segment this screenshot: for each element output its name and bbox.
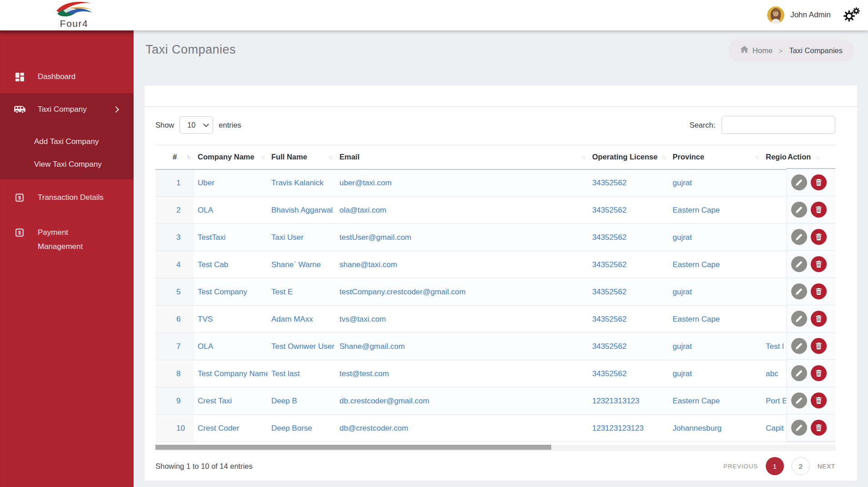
cell-company: Crest Coder (194, 415, 268, 442)
cell-email: testCompany.crestcoder@gmail.com (336, 278, 589, 306)
edit-button[interactable] (791, 174, 807, 190)
breadcrumb: Home > Taxi Companies (728, 39, 854, 62)
cell-license: 123123123123 (589, 415, 669, 442)
column-header-company-name[interactable]: Company Name↑↓ (194, 145, 268, 169)
table-row: 8Test Company NameTest lasttest@test.com… (155, 360, 835, 388)
sidebar-item-dashboard[interactable]: Dashboard (0, 65, 134, 89)
sort-arrows-icon: ↑↓ (755, 154, 758, 160)
previous-page-button[interactable]: PREVIOUS (723, 463, 758, 470)
cell-province: gujrat (669, 169, 762, 197)
edit-button[interactable] (791, 365, 807, 381)
sort-arrows-icon: ↑↓ (662, 154, 665, 160)
cell-num: 9 (155, 388, 194, 415)
cell-license: 12321313123 (589, 388, 669, 415)
delete-button[interactable] (811, 202, 827, 218)
app-logo[interactable]: Four4 (45, 0, 104, 28)
page-length-select[interactable]: 10 (180, 116, 213, 134)
column-header-province[interactable]: Province↑↓ (669, 145, 762, 169)
cell-license: 34352562 (589, 224, 669, 251)
cell-province: gujrat (669, 278, 762, 306)
search-input[interactable] (722, 116, 835, 134)
table-row: 4Test CabShane` Warneshane@taxi.com34352… (155, 251, 835, 278)
chevron-right-icon (113, 106, 119, 113)
column-header--[interactable]: #↑↓ (155, 145, 194, 169)
delete-button[interactable] (811, 311, 827, 327)
delete-button[interactable] (811, 365, 827, 381)
column-header-full-name[interactable]: Full Name↑↓ (268, 145, 336, 169)
settings-gears-icon[interactable] (843, 7, 860, 23)
cell-email: shane@taxi.com (336, 251, 589, 278)
table-row: 7OLATest Ownwer UserShane@gmail.com34352… (155, 333, 835, 360)
edit-button[interactable] (791, 420, 807, 436)
edit-button[interactable] (791, 202, 807, 218)
cell-num: 3 (155, 224, 194, 251)
delete-button[interactable] (811, 256, 827, 272)
cell-email: tvs@taxi.com (336, 306, 589, 333)
user-menu[interactable]: John Admin (767, 6, 831, 24)
cell-company: Test Company Name (194, 360, 268, 388)
top-bar: Four4 John Admin (0, 0, 868, 30)
delete-button[interactable] (811, 338, 827, 354)
main-content: Taxi Companies Home > Taxi Companies Sho… (134, 30, 868, 487)
cell-num: 6 (155, 306, 194, 333)
sidebar-item-add-taxi-company[interactable]: Add Taxi Company (0, 130, 134, 153)
table-row: 3TestTaxiTaxi UsertestUser@gmail.com3435… (155, 224, 835, 251)
svg-text:$: $ (18, 195, 21, 200)
page-button-1[interactable]: 1 (766, 457, 784, 475)
cell-license: 34352562 (589, 360, 669, 388)
sort-arrows-icon: ↑↓ (329, 154, 332, 160)
next-page-button[interactable]: NEXT (818, 463, 835, 470)
cell-email: db@crestcoder.com (336, 415, 589, 442)
sort-arrows-icon: ↑↓ (815, 154, 819, 161)
table-row: 9Crest TaxiDeep Bdb.crestcoder@gmail.com… (155, 388, 835, 415)
cell-email: Shane@gmail.com (336, 333, 589, 360)
page-button-2[interactable]: 2 (792, 457, 810, 475)
edit-button[interactable] (791, 229, 807, 245)
sidebar-item-label: Payment Management (38, 225, 106, 253)
taxi-companies-table: #↑↓Company Name↑↓Full Name↑↓Email↑↓Opera… (155, 145, 835, 442)
cell-license: 34352562 (589, 306, 669, 333)
pagination: PREVIOUS 1 2 NEXT (723, 457, 835, 475)
card-header (145, 85, 857, 107)
scrollbar-thumb[interactable] (155, 445, 551, 450)
cell-province: Eastern Cape (669, 197, 762, 224)
pencil-icon (796, 315, 803, 322)
cell-full-name: Taxi User (268, 224, 336, 251)
cell-num: 8 (155, 360, 194, 388)
cell-license: 34352562 (589, 197, 669, 224)
delete-button[interactable] (811, 393, 827, 408)
sidebar-item-taxi-company[interactable]: Taxi Company (0, 93, 134, 126)
delete-button[interactable] (811, 420, 827, 436)
pencil-icon (796, 206, 803, 213)
edit-button[interactable] (791, 311, 807, 327)
cell-license: 34352562 (589, 278, 669, 306)
sidebar-subitem-label: Add Taxi Company (34, 137, 99, 146)
sidebar-item-label: Taxi Company (38, 105, 87, 114)
trash-icon (816, 370, 822, 377)
delete-button[interactable] (811, 174, 827, 190)
column-header-email[interactable]: Email↑↓ (336, 145, 589, 169)
sidebar-item-transaction-details[interactable]: $ Transaction Details (0, 185, 134, 210)
money-check-icon: $ (14, 194, 25, 202)
home-icon (740, 46, 748, 55)
cell-email: db.crestcoder@gmail.com (336, 388, 589, 415)
sidebar-item-payment-management[interactable]: $ Payment Management (0, 220, 134, 259)
edit-button[interactable] (791, 338, 807, 354)
table-row: 5Test CompanyTest EtestCompany.crestcode… (155, 278, 835, 306)
user-name: John Admin (790, 10, 831, 20)
edit-button[interactable] (791, 256, 807, 272)
sidebar-item-label: Dashboard (38, 72, 75, 81)
column-header-action[interactable]: Action ↑↓ (786, 145, 835, 169)
horizontal-scrollbar[interactable] (155, 445, 835, 450)
edit-button[interactable] (791, 393, 807, 408)
table-head: #↑↓Company Name↑↓Full Name↑↓Email↑↓Opera… (155, 145, 835, 169)
delete-button[interactable] (811, 229, 827, 245)
edit-button[interactable] (791, 283, 807, 299)
column-header-operating-license[interactable]: Operating License↑↓ (589, 145, 669, 169)
cell-email: testUser@gmail.com (336, 224, 589, 251)
breadcrumb-home-link[interactable]: Home (753, 46, 773, 55)
cell-license: 34352562 (589, 169, 669, 197)
cell-full-name: Bhavish Aggarwal (268, 197, 336, 224)
sidebar-item-view-taxi-company[interactable]: View Taxi Company (0, 153, 134, 176)
delete-button[interactable] (811, 283, 827, 299)
